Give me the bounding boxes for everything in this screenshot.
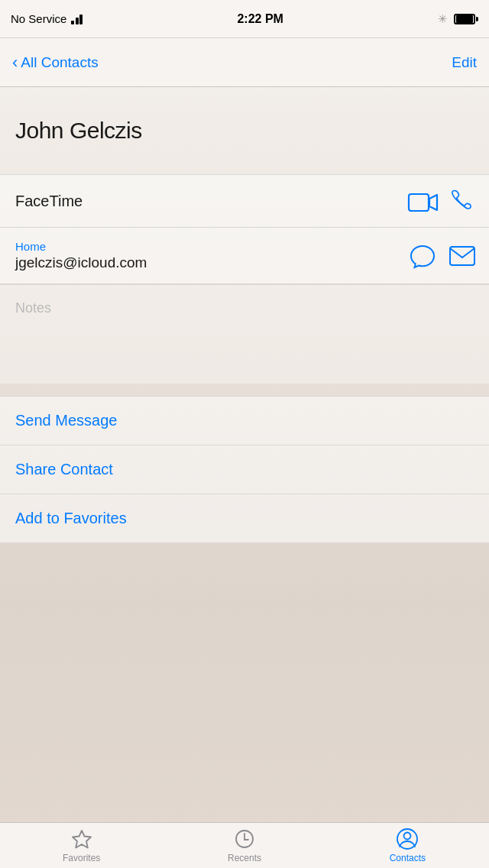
content-area: John Gelczis FaceTime — [0, 87, 489, 822]
back-label: All Contacts — [21, 54, 98, 71]
bluetooth-icon: ✳ — [438, 12, 448, 26]
contacts-tab-label: Contacts — [390, 853, 426, 863]
favorites-tab-label: Favorites — [63, 853, 100, 863]
share-contact-button[interactable]: Share Contact — [0, 445, 489, 494]
carrier-text: No Service — [11, 12, 66, 25]
email-label: Home — [15, 240, 410, 253]
message-icon[interactable] — [410, 245, 434, 267]
nav-bar: ‹ All Contacts Edit — [0, 38, 489, 87]
actions-section: Send Message Share Contact Add to Favori… — [0, 396, 489, 543]
tab-bar: Favorites Recents Contacts — [0, 822, 489, 868]
send-message-button[interactable]: Send Message — [0, 397, 489, 445]
notes-placeholder: Notes — [15, 300, 51, 316]
add-to-favorites-label: Add to Favorites — [15, 510, 127, 527]
notes-section[interactable]: Notes — [0, 284, 489, 384]
email-row[interactable]: Home jgelczis@icloud.com — [0, 228, 489, 283]
send-message-label: Send Message — [15, 412, 117, 429]
tab-favorites[interactable]: Favorites — [0, 828, 163, 863]
svg-rect-0 — [409, 194, 429, 211]
edit-button[interactable]: Edit — [452, 54, 477, 71]
facetime-row: FaceTime — [0, 175, 489, 227]
status-right: ✳ — [438, 12, 478, 26]
svg-point-6 — [404, 833, 411, 840]
status-bar: No Service 2:22 PM ✳ — [0, 0, 489, 38]
favorites-tab-icon — [70, 828, 93, 850]
email-section: Home jgelczis@icloud.com — [0, 228, 489, 284]
back-chevron-icon: ‹ — [12, 54, 18, 71]
tab-recents[interactable]: Recents — [163, 828, 325, 863]
svg-marker-1 — [429, 195, 437, 210]
recents-tab-label: Recents — [228, 853, 261, 863]
contacts-tab-icon — [396, 828, 419, 850]
email-value: jgelczis@icloud.com — [15, 254, 410, 271]
email-icons — [410, 245, 474, 267]
facetime-icons — [408, 189, 474, 212]
svg-marker-3 — [73, 831, 91, 848]
phone-icon[interactable] — [451, 189, 474, 212]
add-to-favorites-button[interactable]: Add to Favorites — [0, 494, 489, 542]
recents-tab-icon — [233, 828, 256, 850]
svg-rect-2 — [450, 247, 474, 265]
share-contact-label: Share Contact — [15, 461, 113, 478]
wifi-icon — [71, 14, 83, 24]
facetime-section: FaceTime — [0, 174, 489, 228]
email-content: Home jgelczis@icloud.com — [15, 240, 410, 271]
tab-contacts[interactable]: Contacts — [326, 828, 489, 863]
status-time: 2:22 PM — [237, 12, 283, 26]
battery-icon — [454, 14, 478, 24]
contact-name: John Gelczis — [15, 118, 474, 144]
facetime-video-icon[interactable] — [408, 191, 436, 211]
mail-icon[interactable] — [449, 246, 474, 266]
status-left: No Service — [11, 12, 83, 25]
contact-name-section: John Gelczis — [0, 87, 489, 174]
back-button[interactable]: ‹ All Contacts — [12, 54, 99, 71]
facetime-label: FaceTime — [15, 193, 83, 210]
